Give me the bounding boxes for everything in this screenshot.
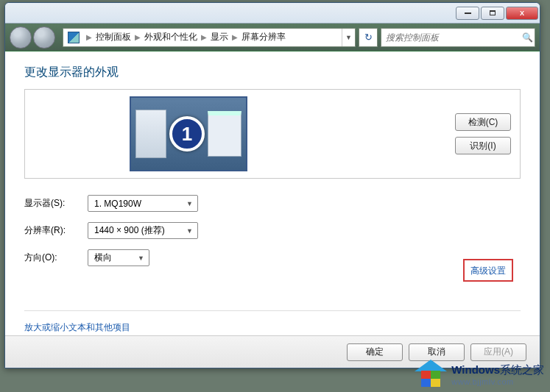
orientation-select[interactable]: 横向 ▼ [88, 249, 149, 266]
resolution-select[interactable]: 1440 × 900 (推荐) ▼ [88, 222, 198, 239]
chevron-down-icon: ▼ [186, 200, 193, 207]
display-select[interactable]: 1. MQ190W ▼ [88, 195, 198, 212]
forward-button[interactable] [33, 26, 55, 49]
titlebar: X [5, 3, 540, 24]
search-icon[interactable]: 🔍 [520, 32, 535, 43]
maximize-button[interactable] [481, 7, 504, 20]
breadcrumb-item[interactable]: 屏幕分辨率 [240, 31, 287, 43]
minimize-button[interactable] [456, 7, 479, 20]
watermark-suffix: 系统之家 [500, 363, 544, 377]
breadcrumb-item[interactable]: 外观和个性化 [143, 31, 199, 43]
desktop-thumbnail-icon [135, 110, 166, 158]
text-size-link[interactable]: 放大或缩小文本和其他项目 [24, 321, 521, 334]
refresh-button[interactable]: ↻ [359, 28, 378, 47]
house-logo-icon [415, 360, 447, 389]
cancel-button[interactable]: 取消 [409, 343, 465, 361]
search-input[interactable] [381, 32, 520, 43]
breadcrumb-item[interactable]: 显示 [209, 31, 230, 43]
control-panel-window: X ▶ 控制面板 ▶ 外观和个性化 ▶ 显示 ▶ 屏幕分辨率 ▼ ↻ 🔍 更改显… [4, 2, 540, 368]
display-value: 1. MQ190W [94, 199, 141, 209]
monitor-number-badge: 1 [169, 116, 205, 152]
resolution-label: 分辨率(R): [24, 224, 88, 237]
divider [24, 310, 521, 311]
ok-button[interactable]: 确定 [347, 343, 403, 361]
chevron-right-icon: ▶ [201, 33, 207, 41]
chevron-down-icon: ▼ [138, 254, 144, 262]
window-thumbnail-icon [208, 111, 241, 157]
advanced-settings-link[interactable]: 高级设置 [470, 266, 506, 276]
monitor-preview[interactable]: 1 [130, 96, 247, 171]
close-button[interactable]: X [506, 7, 538, 20]
display-label: 显示器(S): [24, 197, 88, 210]
identify-button[interactable]: 识别(I) [455, 137, 511, 154]
page-title: 更改显示器的外观 [24, 65, 521, 80]
watermark-brand: Windows [451, 363, 500, 376]
orientation-value: 横向 [94, 252, 112, 264]
monitor-preview-box: 1 检测(C) 识别(I) [24, 89, 521, 179]
address-dropdown[interactable]: ▼ [342, 29, 355, 46]
watermark-url: www.bjjmlv.com [451, 377, 544, 386]
address-bar[interactable]: ▶ 控制面板 ▶ 外观和个性化 ▶ 显示 ▶ 屏幕分辨率 ▼ [63, 28, 356, 47]
apply-button[interactable]: 应用(A) [470, 343, 526, 361]
search-box[interactable]: 🔍 [381, 28, 535, 47]
chevron-down-icon: ▼ [186, 227, 193, 235]
orientation-label: 方向(O): [24, 252, 88, 264]
chevron-right-icon: ▶ [135, 33, 141, 41]
back-button[interactable] [10, 26, 32, 49]
breadcrumb-item[interactable]: 控制面板 [94, 31, 133, 43]
detect-button[interactable]: 检测(C) [455, 113, 511, 131]
highlight-box: 高级设置 [463, 259, 513, 282]
control-panel-icon [68, 32, 80, 43]
content-area: 更改显示器的外观 1 检测(C) 识别(I) 显示器(S): 1. MQ190W… [5, 51, 540, 368]
watermark: Windows系统之家 www.bjjmlv.com [415, 360, 544, 389]
navigation-bar: ▶ 控制面板 ▶ 外观和个性化 ▶ 显示 ▶ 屏幕分辨率 ▼ ↻ 🔍 [5, 24, 540, 51]
chevron-right-icon: ▶ [86, 33, 92, 41]
chevron-right-icon: ▶ [232, 33, 238, 41]
display-settings-form: 显示器(S): 1. MQ190W ▼ 分辨率(R): 1440 × 900 (… [24, 195, 521, 266]
resolution-value: 1440 × 900 (推荐) [94, 224, 165, 237]
